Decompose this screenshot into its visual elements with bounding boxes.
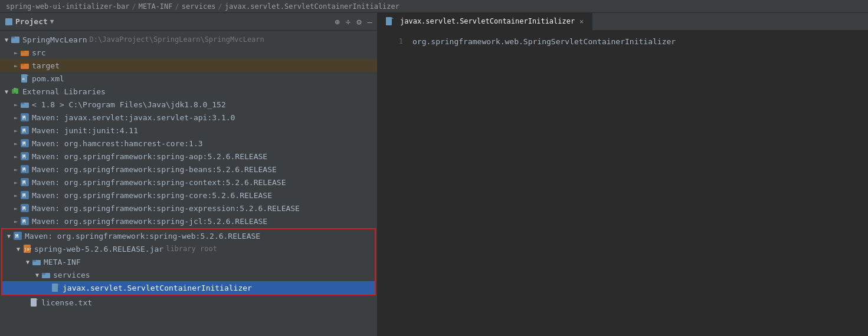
tree-item-jdk[interactable]: ► < 1.8 > C:\Program Files\Java\jdk1.8.0… — [0, 98, 377, 111]
tree-label-target: target — [32, 61, 60, 70]
folder-blue-icon — [32, 257, 41, 266]
svg-rect-0 — [5, 18, 12, 25]
svg-rect-38 — [32, 260, 36, 262]
tree-item-ext-libs[interactable]: ▼ External Libraries — [0, 85, 377, 98]
arrow-icon: ▼ — [14, 246, 22, 252]
svg-text:jar: jar — [24, 247, 31, 252]
panel-header: Project ▼ ⊕ ÷ ⚙ — — [0, 13, 377, 31]
arrow-icon: ► — [12, 101, 20, 108]
svg-marker-8 — [27, 74, 29, 76]
tree-path-springmvclearn: D:\JavaProject\SpringLearn\SpringMvcLear… — [90, 35, 264, 44]
dropdown-arrow[interactable]: ▼ — [50, 18, 54, 25]
tree-item-maven7[interactable]: ► M Maven: org.springframework:spring-co… — [0, 189, 377, 202]
tree-item-maven2[interactable]: ► M Maven: junit:junit:4.11 — [0, 124, 377, 137]
tree-label-maven1: Maven: javax.servlet:javax.servlet-api:3… — [32, 113, 235, 122]
breadcrumb-part-2: META-INF — [139, 2, 173, 11]
arrow-icon: ▼ — [5, 233, 13, 239]
arrow-icon: ► — [12, 114, 20, 121]
svg-marker-46 — [392, 17, 394, 19]
svg-text:M: M — [22, 154, 26, 160]
editor-panel: javax.servlet.ServletContainerInitialize… — [378, 13, 868, 336]
tree-label-maven9: Maven: org.springframework:spring-jcl:5.… — [32, 217, 267, 226]
tree-label-services: services — [53, 271, 90, 279]
tree-item-maven6[interactable]: ► M Maven: org.springframework:spring-co… — [0, 176, 377, 189]
svg-rect-45 — [386, 17, 392, 25]
tree-item-services[interactable]: ▼ services — [2, 268, 375, 281]
arrow-icon: ► — [12, 50, 20, 56]
breadcrumb-part-4: javax.servlet.ServletContainerInitialize… — [225, 2, 399, 11]
folder-orange-icon — [20, 61, 30, 70]
maven-icon: M — [20, 177, 30, 187]
tree-label-maven10: Maven: org.springframework:spring-web:5.… — [25, 232, 260, 241]
globe-icon[interactable]: ⊕ — [335, 17, 339, 27]
tree-label-maven3: Maven: org.hamcrest:hamcrest-core:1.3 — [32, 139, 203, 148]
svg-rect-12 — [15, 88, 18, 94]
folder-orange-icon — [20, 48, 30, 57]
arrow-icon: ► — [12, 192, 20, 199]
code-line-1: 1 org.springframework.web.SpringServletC… — [378, 35, 868, 47]
tree-item-springweb-jar[interactable]: ▼ jar spring-web-5.2.6.RELEASE.jar libra… — [2, 242, 375, 255]
tree-item-target[interactable]: ► target — [0, 59, 377, 72]
maven-icon: M — [13, 231, 22, 241]
svg-text:M: M — [22, 141, 26, 147]
maven-icon: M — [20, 113, 30, 122]
arrow-icon: ► — [12, 166, 20, 173]
arrow-icon: ▼ — [33, 272, 41, 278]
svg-text:M: M — [22, 206, 26, 212]
tree-label-maven7: Maven: org.springframework:spring-core:5… — [32, 191, 272, 200]
project-icon — [5, 18, 13, 26]
panel-title: Project ▼ — [5, 17, 54, 26]
maven-icon: M — [20, 126, 30, 135]
svg-rect-43 — [31, 298, 37, 307]
svg-text:M: M — [22, 128, 26, 134]
svg-rect-40 — [42, 273, 45, 275]
tree-item-pom[interactable]: m pom.xml — [0, 72, 377, 85]
svg-rect-6 — [21, 64, 24, 65]
tree-label-pom: pom.xml — [32, 74, 64, 83]
tab-close-button[interactable]: ✕ — [578, 17, 585, 26]
panel-header-icons: ⊕ ÷ ⚙ — — [335, 17, 372, 27]
split-icon[interactable]: ÷ — [346, 17, 351, 27]
tree-item-servlet-initializer[interactable]: javax.servlet.ServletContainerInitialize… — [2, 281, 375, 294]
arrow-icon: ► — [12, 179, 20, 186]
tree-label-springweb-jar: spring-web-5.2.6.RELEASE.jar — [34, 245, 163, 253]
svg-text:M: M — [22, 193, 26, 199]
file-xml-icon: m — [20, 74, 30, 83]
maven-icon: M — [20, 216, 30, 226]
tree-label-maven2: Maven: junit:junit:4.11 — [32, 126, 138, 135]
tree-item-maven1[interactable]: ► M Maven: javax.servlet:javax.servlet-a… — [0, 111, 377, 124]
service-file-icon — [51, 283, 60, 292]
svg-text:M: M — [22, 167, 26, 173]
maven-icon: M — [20, 139, 30, 148]
tree-label-license: license.txt — [41, 298, 92, 307]
tree-item-maven8[interactable]: ► M Maven: org.springframework:spring-ex… — [0, 202, 377, 215]
tree-label-jdk: < 1.8 > C:\Program Files\Java\jdk1.8.0_1… — [32, 100, 226, 109]
svg-marker-44 — [37, 298, 38, 300]
tree-item-metainf[interactable]: ▼ META-INF — [2, 255, 375, 268]
settings-icon[interactable]: ⚙ — [356, 17, 361, 27]
tree-item-maven3[interactable]: ► M Maven: org.hamcrest:hamcrest-core:1.… — [0, 137, 377, 150]
arrow-icon: ► — [12, 62, 20, 69]
svg-text:M: M — [22, 180, 26, 186]
active-tab[interactable]: javax.servlet.ServletContainerInitialize… — [378, 13, 592, 30]
minimize-icon[interactable]: — — [368, 17, 372, 27]
tree-item-src[interactable]: ► src — [0, 46, 377, 59]
tree-item-springmvclearn[interactable]: ▼ SpringMvcLearn D:\JavaProject\SpringLe… — [0, 33, 377, 46]
maven-icon: M — [20, 164, 30, 174]
tree-label-springmvclearn: SpringMvcLearn — [22, 35, 87, 44]
tab-bar: javax.servlet.ServletContainerInitialize… — [378, 13, 868, 31]
tab-file-icon — [385, 17, 394, 26]
svg-text:m: m — [22, 77, 25, 81]
breadcrumb: spring-web-ui-initializer-bar / META-INF… — [0, 0, 868, 13]
tree-label-src: src — [32, 48, 45, 57]
tree-label-metainf: META-INF — [44, 258, 81, 266]
project-tree: ▼ SpringMvcLearn D:\JavaProject\SpringLe… — [0, 31, 377, 336]
tree-item-maven4[interactable]: ► M Maven: org.springframework:spring-ao… — [0, 150, 377, 163]
code-text-1: org.springframework.web.SpringServletCon… — [412, 37, 676, 46]
tree-item-maven5[interactable]: ► M Maven: org.springframework:spring-be… — [0, 163, 377, 176]
tree-item-maven9[interactable]: ► M Maven: org.springframework:spring-jc… — [0, 215, 377, 228]
svg-rect-4 — [21, 51, 24, 52]
tree-item-maven10[interactable]: ▼ M Maven: org.springframework:spring-we… — [2, 229, 375, 242]
tree-item-license[interactable]: license.txt — [0, 296, 377, 309]
arrow-icon: ► — [12, 218, 20, 225]
